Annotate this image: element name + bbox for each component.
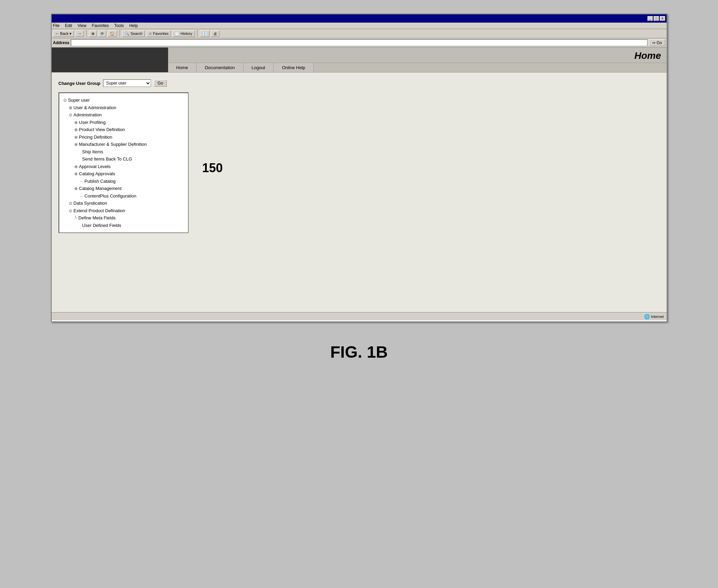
toolbar-separator-3	[197, 30, 198, 37]
tree-icon-pricing-definition: ⊕	[74, 134, 78, 140]
title-bar: _ □ ✕	[52, 14, 667, 23]
app-nav-links: Home Documentation Logout Online Help	[168, 63, 667, 72]
forward-button[interactable]: →	[75, 30, 84, 37]
tree-icon-product-view-def: ⊕	[74, 127, 78, 133]
tree-label-user-profiling: User Profiling	[79, 119, 106, 126]
tree-icon-ship-items	[80, 149, 81, 155]
tree-label-ship-items: Ship Items	[82, 149, 103, 155]
tree-item-user-profiling[interactable]: ⊕ User Profiling	[63, 119, 184, 126]
menu-edit[interactable]: Edit	[65, 23, 72, 28]
tree-label-data-syndication: Data Syndication	[74, 200, 107, 207]
close-button[interactable]: ✕	[660, 16, 665, 21]
tree-icon-extend-product-def: ⊙	[69, 208, 72, 214]
address-input[interactable]	[71, 39, 648, 46]
menu-view[interactable]: View	[78, 23, 87, 28]
tree-item-contentplus-config[interactable]: ··· ContentPlus Configuration	[63, 192, 184, 200]
tree-item-user-admin[interactable]: ⊕ User & Administration	[63, 104, 184, 112]
tree-item-user-defined-fields[interactable]: · User Defined Fields	[63, 222, 184, 229]
tree-item-publish-catalog[interactable]: ··· Publish Catalog	[63, 178, 184, 185]
tree-item-pricing-definition[interactable]: ⊕ Pricing Definition	[63, 133, 184, 141]
user-group-bar: Change User Group Super user Admin User …	[59, 79, 660, 87]
tree-item-send-items-back[interactable]: Send Items Back To CLG	[63, 155, 184, 163]
tree-label-extend-product-def: Extend Product Defination	[74, 207, 125, 214]
user-group-label: Change User Group	[59, 81, 101, 86]
tree-icon-manufacturer-supplier: ⊕	[74, 141, 78, 148]
tree-label-contentplus-config: ContentPlus Configuration	[85, 193, 137, 200]
tree-label-user-defined-fields: User Defined Fields	[82, 222, 121, 229]
app-header: Home Home Documentation Logout Online He…	[52, 48, 667, 73]
status-internet: 🌐 Internet	[644, 314, 664, 319]
nav-home[interactable]: Home	[168, 63, 197, 72]
tree-icon-catalog-management: ⊕	[74, 186, 78, 192]
tree-label-super-user: Super user	[68, 97, 90, 104]
tree-item-product-view-def[interactable]: ⊕ Product View Definition	[63, 126, 184, 133]
tree-icon-send-items-back	[80, 156, 81, 162]
address-label: Address	[53, 40, 70, 45]
annotation-number: 150	[202, 161, 223, 175]
user-group-go-button[interactable]: Go	[154, 80, 167, 87]
stop-button[interactable]: ⊗	[89, 30, 97, 37]
menu-tools[interactable]: Tools	[114, 23, 124, 28]
globe-icon: 🌐	[644, 314, 650, 319]
content-wrapper: ⊙ Super user ⊕ User & Administration ⊙ A…	[59, 92, 660, 233]
figure-caption: FIG. 1B	[330, 343, 388, 361]
tree-label-send-items-back: Send Items Back To CLG	[82, 156, 132, 163]
nav-online-help[interactable]: Online Help	[274, 63, 314, 72]
page-content: Home Home Documentation Logout Online He…	[52, 48, 667, 321]
go-button[interactable]: ⇒ Go	[649, 39, 665, 46]
tree-icon-data-syndication: ⊙	[69, 200, 72, 206]
favorites-button[interactable]: ☆ Favorites	[146, 30, 171, 37]
tree-label-manufacturer-supplier: Manufacturer & Supplier Definition	[79, 141, 147, 148]
tree-item-catalog-management[interactable]: ⊕ Catalog Management	[63, 185, 184, 192]
status-bar: 🌐 Internet	[52, 312, 667, 320]
status-zone-label: Internet	[651, 315, 664, 319]
tree-label-define-meta-fields: Define Meta Fields	[78, 215, 115, 221]
tree-label-publish-catalog: Publish Catalog	[85, 178, 116, 185]
tree-label-approval-levels: Approval Levels	[79, 163, 111, 170]
tree-icon-administration: ⊙	[69, 112, 72, 118]
tree-label-catalog-approvals: Catalog Approvals	[79, 170, 115, 177]
menu-help[interactable]: Help	[129, 23, 138, 28]
tree-item-super-user[interactable]: ⊙ Super user	[63, 97, 184, 104]
print-button[interactable]: 🖨	[211, 30, 219, 37]
nav-documentation[interactable]: Documentation	[197, 63, 243, 72]
app-nav: Home Home Documentation Logout Online He…	[168, 48, 667, 72]
history-button[interactable]: 🕐 History	[172, 30, 194, 37]
tree-item-approval-levels[interactable]: ⊕ Approval Levels	[63, 163, 184, 170]
user-group-select[interactable]: Super user Admin User	[103, 79, 151, 87]
tree-icon-approval-levels: ⊕	[74, 164, 78, 170]
toolbar-separator-2	[119, 30, 120, 37]
menu-file[interactable]: File	[53, 23, 60, 28]
title-bar-buttons: _ □ ✕	[647, 16, 665, 21]
tree-item-define-meta-fields[interactable]: └ Define Meta Fields	[63, 214, 184, 222]
tree-item-administration[interactable]: ⊙ Administration	[63, 111, 184, 119]
back-button[interactable]: ← Back ▾	[53, 30, 74, 37]
toolbar-separator-1	[86, 30, 87, 37]
tree-icon-contentplus-config: ···	[80, 193, 83, 199]
home-button[interactable]: 🏠	[108, 30, 117, 37]
menu-favorites[interactable]: Favorites	[92, 23, 109, 28]
minimize-button[interactable]: _	[647, 16, 653, 21]
tree-label-user-admin: User & Administration	[74, 104, 116, 111]
tree-item-ship-items[interactable]: Ship Items	[63, 148, 184, 156]
address-bar: Address ⇒ Go	[52, 38, 667, 48]
tree-label-catalog-management: Catalog Management	[79, 185, 122, 192]
search-button[interactable]: 🔍 Search	[122, 30, 145, 37]
app-logo-area	[52, 48, 168, 72]
maximize-button[interactable]: □	[654, 16, 659, 21]
refresh-button[interactable]: ⟳	[98, 30, 106, 37]
tree-item-manufacturer-supplier[interactable]: ⊕ Manufacturer & Supplier Definition	[63, 141, 184, 148]
main-area: Change User Group Super user Admin User …	[52, 73, 667, 312]
tree-item-data-syndication[interactable]: ⊙ Data Syndication	[63, 200, 184, 207]
tree-icon-super-user: ⊙	[63, 97, 67, 103]
tree-icon-user-profiling: ⊕	[74, 119, 78, 126]
app-title: Home	[634, 50, 661, 61]
nav-logout[interactable]: Logout	[243, 63, 274, 72]
tree-icon-user-admin: ⊕	[69, 105, 72, 111]
tree-icon-user-defined-fields: ·	[80, 222, 81, 229]
mail-button[interactable]: 📧	[200, 30, 210, 37]
tree-item-extend-product-def[interactable]: ⊙ Extend Product Defination	[63, 207, 184, 215]
tree-label-product-view-def: Product View Definition	[79, 126, 125, 133]
toolbar: ← Back ▾ → ⊗ ⟳ 🏠 🔍 Search ☆ Favorites 🕐 …	[52, 29, 667, 38]
tree-item-catalog-approvals[interactable]: ⊕ Catalog Approvals	[63, 170, 184, 178]
